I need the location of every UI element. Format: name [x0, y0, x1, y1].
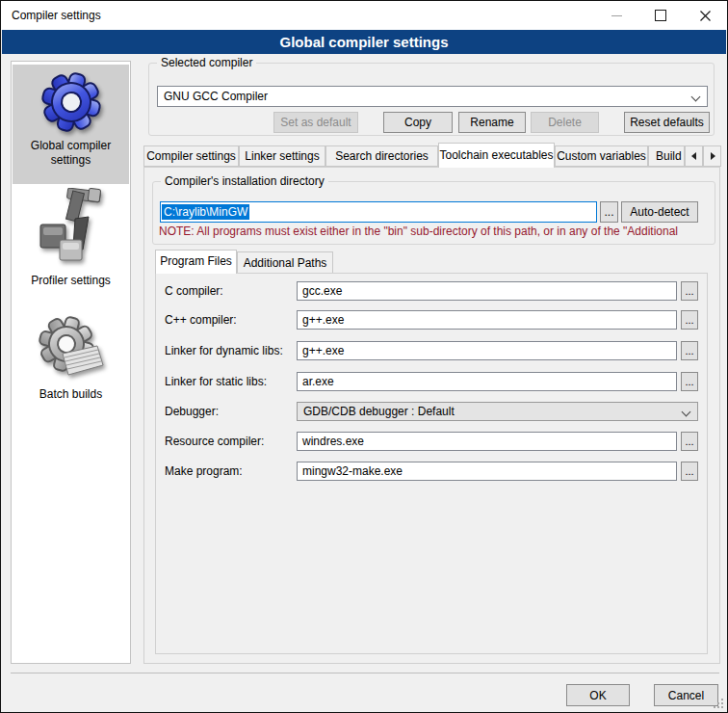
sidebar-item-batch-builds[interactable]: Batch builds — [13, 313, 129, 408]
sidebar-item-label: Global compiler settings — [13, 139, 129, 168]
compiler-select-value: GNU GCC Compiler — [164, 90, 268, 103]
tab-toolchain-executables[interactable]: Toolchain executables — [438, 143, 555, 168]
caliper-icon — [35, 188, 108, 269]
tab-compiler-settings[interactable]: Compiler settings — [143, 145, 239, 167]
field-row-cpp-compiler: C++ compiler: g++.exe ... — [156, 310, 707, 330]
field-row-debugger: Debugger: GDB/CDB debugger : Default — [156, 402, 707, 421]
window-controls — [594, 1, 727, 30]
titlebar[interactable]: Compiler settings — [1, 1, 727, 30]
c-compiler-browse-button[interactable]: ... — [681, 281, 698, 301]
reset-defaults-button[interactable]: Reset defaults — [624, 112, 710, 133]
cancel-button[interactable]: Cancel — [654, 684, 718, 706]
make-program-input[interactable]: mingw32-make.exe — [297, 462, 677, 481]
tab-build-options-clipped[interactable]: Build — [648, 145, 685, 167]
arrow-left-icon — [691, 152, 696, 160]
bin-subdirectory-note: NOTE: All programs must exist either in … — [159, 224, 713, 238]
tab-linker-settings[interactable]: Linker settings — [239, 145, 325, 167]
tab-search-directories[interactable]: Search directories — [325, 145, 438, 167]
ok-button[interactable]: OK — [566, 684, 630, 706]
resize-grip[interactable] — [714, 699, 723, 708]
delete-button[interactable]: Delete — [531, 112, 599, 133]
sidebar-item-profiler-settings[interactable]: Profiler settings — [13, 184, 129, 294]
compiler-settings-window: Compiler settings Global compiler settin… — [0, 0, 728, 713]
maximize-button[interactable] — [638, 1, 683, 30]
cpp-compiler-browse-button[interactable]: ... — [681, 310, 698, 330]
selected-compiler-group: Selected compiler GNU GCC Compiler Set a… — [148, 63, 715, 136]
field-row-resource-compiler: Resource compiler: windres.exe ... — [156, 432, 707, 451]
make-program-browse-button[interactable]: ... — [681, 462, 698, 481]
field-label: Make program: — [165, 462, 243, 481]
selected-compiler-group-title: Selected compiler — [157, 56, 256, 69]
close-button[interactable] — [683, 1, 727, 30]
field-row-static-linker: Linker for static libs: ar.exe ... — [156, 372, 707, 391]
gray-gear-papers-icon — [38, 315, 105, 383]
minimize-button[interactable] — [594, 1, 638, 30]
installation-directory-group-title: Compiler's installation directory — [161, 174, 328, 188]
field-label: Debugger: — [165, 402, 219, 421]
arrow-right-icon — [711, 152, 715, 160]
compiler-select[interactable]: GNU GCC Compiler — [157, 86, 708, 107]
dynamic-linker-input[interactable]: g++.exe — [297, 341, 677, 360]
tab-scroll-left-button[interactable] — [685, 145, 703, 167]
rename-button[interactable]: Rename — [458, 112, 526, 133]
maximize-icon — [655, 10, 666, 21]
installation-directory-value: C:\raylib\MinGW — [162, 204, 249, 220]
debugger-select[interactable]: GDB/CDB debugger : Default — [297, 402, 698, 421]
blue-gear-icon — [39, 70, 103, 134]
field-row-dynamic-linker: Linker for dynamic libs: g++.exe ... — [156, 341, 707, 360]
field-label: Linker for static libs: — [165, 372, 267, 391]
tab-custom-variables[interactable]: Custom variables — [555, 145, 648, 167]
debugger-select-value: GDB/CDB debugger : Default — [303, 405, 455, 418]
field-row-make-program: Make program: mingw32-make.exe ... — [156, 462, 707, 481]
tab-scroll-right-button[interactable] — [703, 145, 721, 167]
sidebar-item-label: Profiler settings — [31, 274, 111, 288]
toolchain-executables-panel: Compiler's installation directory C:\ray… — [143, 167, 720, 664]
subtab-program-files[interactable]: Program Files — [155, 250, 237, 274]
sidebar-item-label: Batch builds — [39, 387, 102, 402]
minimize-icon — [611, 15, 622, 16]
installation-directory-browse-button[interactable]: ... — [600, 201, 618, 223]
footer-separator — [11, 673, 719, 673]
resource-compiler-browse-button[interactable]: ... — [681, 432, 698, 451]
chevron-down-icon — [683, 409, 690, 416]
static-linker-input[interactable]: ar.exe — [297, 372, 677, 391]
program-files-panel: C compiler: gcc.exe ... C++ compiler: g+… — [155, 273, 708, 654]
subtab-additional-paths[interactable]: Additional Paths — [237, 251, 333, 274]
auto-detect-button[interactable]: Auto-detect — [621, 201, 698, 223]
field-label: C++ compiler: — [165, 310, 237, 330]
sidebar-item-global-compiler-settings[interactable]: Global compiler settings — [13, 65, 129, 184]
cpp-compiler-input[interactable]: g++.exe — [297, 310, 677, 330]
settings-category-sidebar: Global compiler settings Profiler settin… — [11, 61, 131, 664]
dialog-title-banner: Global compiler settings — [2, 30, 726, 54]
c-compiler-input[interactable]: gcc.exe — [297, 281, 677, 301]
close-icon — [700, 11, 711, 21]
set-as-default-button[interactable]: Set as default — [273, 112, 358, 133]
window-title: Compiler settings — [12, 1, 101, 30]
field-label: Linker for dynamic libs: — [165, 341, 283, 360]
installation-directory-input[interactable]: C:\raylib\MinGW — [160, 201, 597, 223]
dynamic-linker-browse-button[interactable]: ... — [681, 341, 698, 360]
field-label: Resource compiler: — [165, 432, 264, 451]
field-row-c-compiler: C compiler: gcc.exe ... — [156, 281, 707, 301]
static-linker-browse-button[interactable]: ... — [681, 372, 698, 391]
copy-button[interactable]: Copy — [383, 112, 453, 133]
resource-compiler-input[interactable]: windres.exe — [297, 432, 677, 451]
field-label: C compiler: — [165, 281, 223, 301]
chevron-down-icon — [692, 93, 700, 101]
settings-tab-strip: Compiler settings Linker settings Search… — [143, 143, 721, 167]
